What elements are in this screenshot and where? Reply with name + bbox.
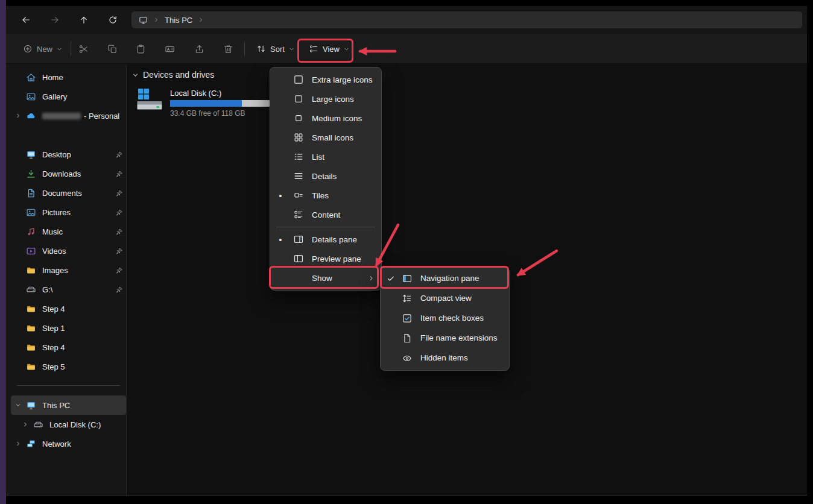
sidebar-item-images[interactable]: Images <box>11 260 126 280</box>
delete-button[interactable] <box>217 39 239 59</box>
sidebar-item-gallery[interactable]: Gallery <box>11 87 126 106</box>
menu-item-medium-icons[interactable]: Medium icons <box>273 109 379 128</box>
new-button[interactable]: New <box>17 39 68 59</box>
menu-item-hidden-items[interactable]: Hidden items <box>383 348 507 368</box>
pin-icon <box>114 170 124 178</box>
cut-button[interactable] <box>72 39 95 59</box>
menu-item-list[interactable]: List <box>273 147 379 166</box>
file-explorer-window: This PC New Sort View <box>6 6 807 496</box>
expander-slot <box>13 72 23 82</box>
sidebar-item-onedrive-personal[interactable]: - Personal <box>11 106 126 125</box>
drive-icon <box>32 418 44 430</box>
menu-item-content[interactable]: Content <box>273 205 379 224</box>
sidebar-item-label: Network <box>42 439 124 449</box>
breadcrumb-chevron-icon <box>153 17 159 23</box>
menu-item-label: Hidden items <box>420 353 503 362</box>
sidebar-item-step1[interactable]: Step 1 <box>11 318 126 338</box>
chevron-right-icon[interactable] <box>13 439 23 449</box>
breadcrumb-bar[interactable]: This PC <box>131 11 802 28</box>
up-button[interactable] <box>74 10 94 30</box>
small-icons-icon <box>293 131 305 143</box>
menu-item-small-icons[interactable]: Small icons <box>273 128 379 147</box>
expander-slot <box>13 265 23 275</box>
chevron-down-icon[interactable] <box>13 400 23 410</box>
sidebar-item-pictures[interactable]: Pictures <box>11 203 126 222</box>
copy-button[interactable] <box>101 39 124 59</box>
expander-slot <box>13 188 23 198</box>
navigation-pane: Home Gallery - Personal Desktop Download… <box>11 68 126 453</box>
menu-item-preview-pane[interactable]: Preview pane <box>273 249 379 268</box>
refresh-button[interactable] <box>103 10 123 30</box>
menu-item-label: List <box>312 153 375 162</box>
sidebar-item-documents[interactable]: Documents <box>11 183 126 203</box>
sort-button[interactable]: Sort <box>249 39 302 59</box>
share-button[interactable] <box>188 39 210 59</box>
gallery-icon <box>25 90 37 102</box>
sidebar-item-home[interactable]: Home <box>11 68 126 87</box>
menu-item-details-pane[interactable]: Details pane <box>273 230 379 249</box>
sidebar-item-videos[interactable]: Videos <box>11 241 126 260</box>
tiles-view-icon <box>293 189 305 201</box>
content-view-icon <box>293 209 305 221</box>
sidebar-item-g-drive[interactable]: G:\ <box>11 280 126 299</box>
sidebar-item-downloads[interactable]: Downloads <box>11 164 126 183</box>
rename-button[interactable] <box>158 39 181 59</box>
folder-icon <box>25 341 37 353</box>
menu-item-details[interactable]: Details <box>273 166 379 186</box>
local-disk-icon <box>136 87 163 118</box>
sidebar-item-network[interactable]: Network <box>11 434 126 453</box>
menu-item-extra-large-icons[interactable]: Extra large icons <box>273 70 379 89</box>
expander-slot <box>13 342 23 352</box>
sidebar-item-local-disk-c[interactable]: Local Disk (C:) <box>11 415 126 434</box>
sidebar-item-label: Documents <box>42 189 114 198</box>
drive-item-local-disk-c[interactable]: Local Disk (C:) 33.4 GB free of 118 GB <box>136 87 270 118</box>
menu-item-tiles[interactable]: Tiles <box>273 186 379 205</box>
view-button[interactable]: View <box>302 39 356 58</box>
plus-circle-icon <box>23 44 33 54</box>
back-button[interactable] <box>16 10 36 30</box>
sidebar-item-label: Local Disk (C:) <box>49 420 124 429</box>
preview-pane-icon <box>293 253 305 265</box>
menu-item-navigation-pane[interactable]: Navigation pane <box>383 268 507 288</box>
extra-large-icons-icon <box>293 74 305 86</box>
view-options-icon <box>309 44 318 54</box>
expander-slot <box>13 169 23 178</box>
sidebar-item-step4[interactable]: Step 4 <box>11 299 126 318</box>
selection-bullet <box>276 235 285 244</box>
chevron-right-icon[interactable] <box>21 420 30 429</box>
this-pc-icon <box>25 399 37 411</box>
rename-icon <box>165 44 175 54</box>
menu-item-item-check-boxes[interactable]: Item check boxes <box>383 308 507 328</box>
menu-item-large-icons[interactable]: Large icons <box>273 89 379 109</box>
pictures-icon <box>25 206 37 218</box>
expander-slot <box>13 304 23 313</box>
sidebar-item-desktop[interactable]: Desktop <box>11 145 126 164</box>
paste-button[interactable] <box>129 39 152 59</box>
sidebar-item-step4-2[interactable]: Step 4 <box>11 338 126 357</box>
forward-button[interactable] <box>45 10 65 30</box>
pin-icon <box>114 286 124 294</box>
up-arrow-icon <box>79 15 89 25</box>
group-header-label: Devices and drives <box>143 70 214 80</box>
chevron-down-icon[interactable] <box>132 72 139 78</box>
sidebar-item-music[interactable]: Music <box>11 222 126 241</box>
devices-and-drives-header[interactable]: Devices and drives <box>132 69 214 81</box>
sidebar-item-label: G:\ <box>42 285 114 294</box>
sidebar-item-step5[interactable]: Step 5 <box>11 357 126 376</box>
menu-item-label: Tiles <box>312 191 375 200</box>
pin-icon <box>114 247 124 255</box>
sidebar-item-this-pc[interactable]: This PC <box>11 395 126 415</box>
menu-item-show[interactable]: Show <box>273 268 379 288</box>
breadcrumb-this-pc[interactable]: This PC <box>165 16 192 25</box>
paste-icon <box>136 44 146 54</box>
hidden-items-eye-icon <box>401 352 413 364</box>
pane-divider <box>126 65 127 495</box>
forward-arrow-icon <box>50 15 60 25</box>
menu-item-label: Show <box>312 274 368 283</box>
chevron-right-icon[interactable] <box>13 111 23 121</box>
menu-item-file-name-extensions[interactable]: File name extensions <box>383 328 507 348</box>
expander-slot <box>13 285 23 294</box>
command-bar: New Sort View <box>6 34 807 64</box>
new-button-label: New <box>37 45 52 54</box>
menu-item-compact-view[interactable]: Compact view <box>383 288 507 308</box>
